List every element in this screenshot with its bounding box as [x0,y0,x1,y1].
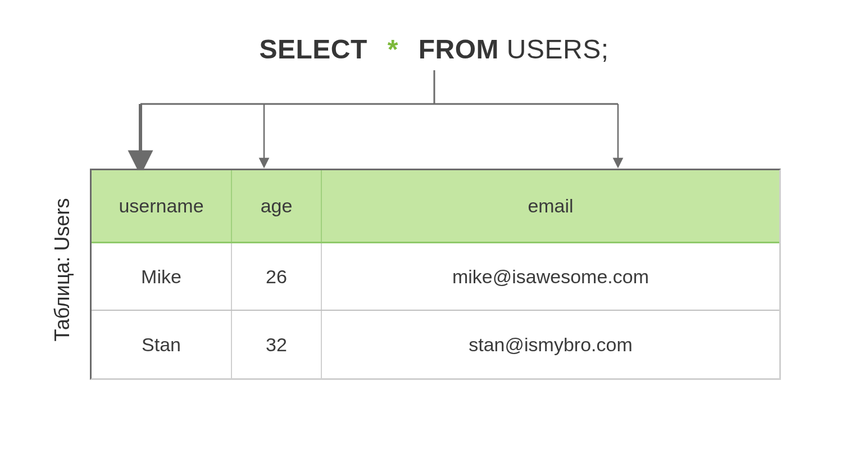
sql-statement: SELECT * FROM USERS; [0,34,868,65]
cell-age: 26 [232,243,322,310]
table-caption-vertical: Таблица: Users [51,126,74,270]
cell-username: Mike [92,243,232,310]
column-header-age: age [232,170,322,242]
sql-star: * [375,34,411,64]
users-table: username age email Mike 26 mike@isawesom… [90,169,781,380]
column-header-email: email [322,170,779,242]
column-header-username: username [92,170,232,242]
table-row: Stan 32 stan@ismybro.com [92,311,779,378]
cell-age: 32 [232,311,322,378]
sql-from-keyword: FROM [419,34,499,64]
cell-username: Stan [92,311,232,378]
table-row: Mike 26 mike@isawesome.com [92,243,779,311]
table-header-row: username age email [92,170,779,243]
sql-table-name: USERS; [507,34,609,64]
diagram-canvas: SELECT * FROM USERS; Таблица: Users user… [0,0,868,476]
cell-email: stan@ismybro.com [322,311,779,378]
sql-select-keyword: SELECT [259,34,367,64]
cell-email: mike@isawesome.com [322,243,779,310]
